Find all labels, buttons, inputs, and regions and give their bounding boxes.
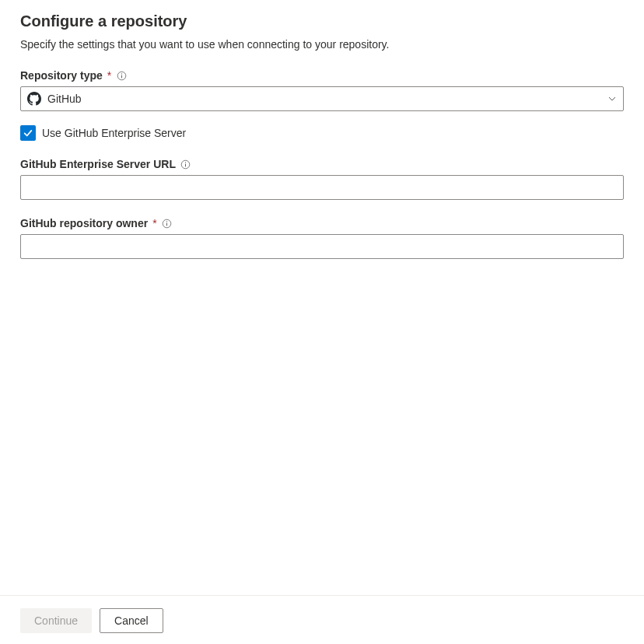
enterprise-url-field: GitHub Enterprise Server URL — [20, 158, 624, 200]
github-icon — [27, 92, 41, 106]
repository-type-dropdown[interactable]: GitHub — [20, 86, 624, 111]
repository-type-field: Repository type * GitHub — [20, 69, 624, 111]
form-content: Configure a repository Specify the setti… — [0, 0, 644, 595]
dropdown-selected-value: GitHub — [47, 93, 607, 105]
enterprise-url-label: GitHub Enterprise Server URL — [20, 158, 176, 170]
repo-owner-input[interactable] — [20, 234, 624, 259]
repository-type-label-row: Repository type * — [20, 69, 624, 82]
svg-point-5 — [185, 162, 186, 163]
chevron-down-icon — [607, 94, 617, 103]
cancel-button[interactable]: Cancel — [100, 608, 163, 633]
enterprise-url-label-row: GitHub Enterprise Server URL — [20, 158, 624, 170]
page-subtitle: Specify the settings that you want to us… — [20, 38, 624, 51]
repo-owner-field: GitHub repository owner * — [20, 217, 624, 259]
use-enterprise-checkbox[interactable] — [20, 125, 36, 141]
footer: Continue Cancel — [0, 595, 644, 644]
svg-point-2 — [121, 73, 122, 74]
page-title: Configure a repository — [20, 12, 624, 30]
info-icon[interactable] — [116, 70, 127, 81]
repo-owner-label: GitHub repository owner — [20, 217, 148, 229]
repository-type-label: Repository type — [20, 69, 103, 82]
use-enterprise-row: Use GitHub Enterprise Server — [20, 125, 624, 141]
use-enterprise-label[interactable]: Use GitHub Enterprise Server — [42, 127, 186, 139]
required-indicator: * — [107, 69, 111, 82]
svg-point-8 — [166, 221, 167, 222]
required-indicator: * — [152, 217, 156, 229]
continue-button[interactable]: Continue — [20, 608, 92, 633]
info-icon[interactable] — [180, 159, 191, 170]
enterprise-url-input[interactable] — [20, 175, 624, 200]
info-icon[interactable] — [162, 218, 173, 229]
repo-owner-label-row: GitHub repository owner * — [20, 217, 624, 229]
